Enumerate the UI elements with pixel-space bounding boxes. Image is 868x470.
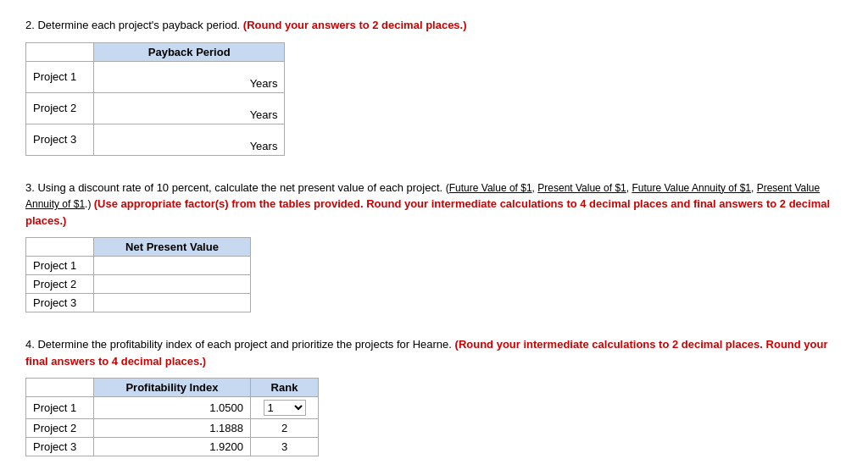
section-4: 4. Determine the profitability index of …	[25, 336, 843, 456]
section-3: 3. Using a discount rate of 10 percent, …	[25, 180, 843, 313]
project-3-npv-cell[interactable]	[94, 294, 251, 312]
table-row: Project 2	[26, 275, 251, 294]
project-1-pi-label: Project 1	[26, 397, 94, 419]
project-1-years-label: Years	[250, 77, 278, 90]
project-1-label: Project 1	[26, 61, 94, 92]
project-3-years-label: Years	[250, 140, 278, 152]
question-2-number: 2. Determine each project's payback peri…	[25, 19, 240, 31]
project-2-npv-label: Project 2	[26, 275, 94, 294]
section-2: 2. Determine each project's payback peri…	[25, 17, 843, 156]
link-fv[interactable]: Future Value of $1	[449, 182, 532, 194]
project-3-payback-cell[interactable]: Years	[94, 124, 285, 155]
project-2-rank-cell[interactable]: 2	[251, 419, 319, 438]
question-3-number: 3. Using a discount rate of 10 percent, …	[25, 181, 442, 194]
profitability-table: Profitability Index Rank Project 1 1 2 3	[25, 378, 319, 456]
project-1-npv-input[interactable]	[101, 259, 243, 272]
project-2-npv-input[interactable]	[101, 278, 243, 290]
empty-header-npv	[26, 238, 94, 257]
project-2-npv-cell[interactable]	[94, 275, 251, 294]
project-1-pi-input[interactable]	[101, 401, 243, 414]
question-3-highlight: (Use appropriate factor(s) from the tabl…	[25, 197, 830, 227]
table-row: Project 2 2	[26, 419, 319, 438]
empty-header-pi	[26, 379, 94, 397]
project-2-pi-label: Project 2	[26, 419, 94, 438]
project-2-payback-input[interactable]	[101, 96, 277, 108]
table-row: Project 3 Years	[26, 124, 285, 155]
project-3-payback-input[interactable]	[101, 127, 277, 140]
project-2-pi-input[interactable]	[101, 422, 243, 434]
project-1-npv-label: Project 1	[26, 257, 94, 275]
link-pv[interactable]: Present Value of $1	[537, 182, 626, 194]
project-3-rank-cell[interactable]: 3	[251, 438, 319, 456]
table-row: Project 3 3	[26, 438, 319, 456]
payback-period-table: Payback Period Project 1 Years Project 2…	[25, 42, 285, 156]
question-4-number: 4. Determine the profitability index of …	[25, 338, 452, 351]
project-3-npv-label: Project 3	[26, 294, 94, 312]
pi-header: Profitability Index	[94, 379, 251, 397]
project-1-rank-cell[interactable]: 1 2 3	[251, 397, 319, 419]
question-4-text: 4. Determine the profitability index of …	[25, 336, 843, 369]
table-row: Project 1 1 2 3	[26, 397, 319, 419]
npv-header: Net Present Value	[94, 238, 251, 257]
empty-header	[26, 42, 94, 61]
table-row: Project 1 Years	[26, 61, 285, 92]
question-2-text: 2. Determine each project's payback peri…	[25, 17, 843, 34]
link-fva[interactable]: Future Value Annuity of $1	[632, 182, 751, 194]
project-2-label: Project 2	[26, 92, 94, 124]
project-3-npv-input[interactable]	[101, 296, 243, 309]
project-2-payback-cell[interactable]: Years	[94, 92, 285, 124]
project-3-pi-cell[interactable]	[94, 438, 251, 456]
project-3-label: Project 3	[26, 124, 94, 155]
table-row: Project 2 Years	[26, 92, 285, 124]
question-2-highlight: (Round your answers to 2 decimal places.…	[243, 19, 467, 31]
table-row: Project 3	[26, 294, 251, 312]
project-2-pi-cell[interactable]	[94, 419, 251, 438]
rank-header: Rank	[251, 379, 319, 397]
project-1-npv-cell[interactable]	[94, 257, 251, 275]
project-3-pi-label: Project 3	[26, 438, 94, 456]
question-3-text: 3. Using a discount rate of 10 percent, …	[25, 180, 843, 229]
project-3-pi-input[interactable]	[101, 440, 243, 453]
project-1-payback-input[interactable]	[101, 64, 277, 77]
project-2-years-label: Years	[250, 108, 278, 121]
payback-period-header: Payback Period	[94, 42, 285, 61]
table-row: Project 1	[26, 257, 251, 275]
project-1-payback-cell[interactable]: Years	[94, 61, 285, 92]
project-1-pi-cell[interactable]	[94, 397, 251, 419]
project-1-rank-select[interactable]: 1 2 3	[264, 400, 306, 416]
npv-table: Net Present Value Project 1 Project 2 Pr…	[25, 237, 251, 312]
